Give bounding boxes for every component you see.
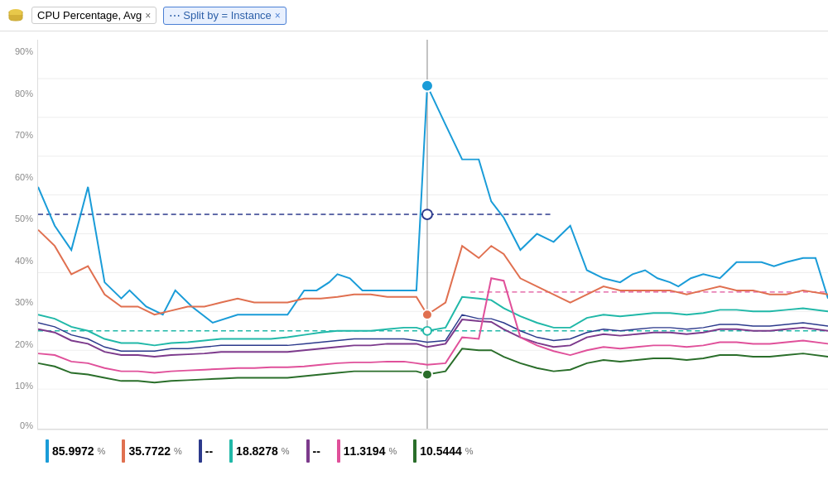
legend-color-blue (46, 439, 49, 463)
y-label-40: 40% (15, 256, 33, 266)
y-label-10: 10% (15, 381, 33, 391)
y-label-0: 0% (20, 420, 33, 430)
split-close-button[interactable]: × (275, 10, 281, 22)
svg-point-14 (421, 80, 433, 92)
legend-color-navy (199, 439, 202, 463)
svg-point-16 (422, 310, 432, 319)
y-label-60: 60% (15, 172, 33, 182)
legend-value-green: 10.5444 (420, 444, 462, 458)
legend: 85.9972 % 35.7722 % -- 18.8278 % -- 11.3… (37, 430, 828, 471)
toolbar: CPU Percentage, Avg × ⋯ Split by = Insta… (0, 0, 828, 31)
legend-value-blue: 85.9972 (52, 444, 94, 458)
legend-color-green (413, 439, 416, 463)
chart-container: 90% 80% 70% 60% 50% 40% 30% 20% 10% 0% (0, 31, 828, 471)
svg-point-17 (423, 327, 431, 335)
legend-item-green: 10.5444 % (413, 439, 473, 463)
legend-unit-green: % (465, 446, 474, 456)
legend-color-teal (229, 439, 233, 463)
legend-value-pink: 11.3194 (344, 444, 386, 458)
legend-unit-blue: % (98, 446, 106, 456)
legend-unit-orange: % (174, 446, 182, 456)
legend-value-teal: 18.8278 (236, 444, 278, 458)
legend-item-navy: -- (199, 439, 213, 463)
chart-area[interactable] (37, 40, 828, 430)
legend-item-purple: -- (306, 439, 320, 463)
chart-svg (38, 40, 828, 429)
y-axis: 90% 80% 70% 60% 50% 40% 30% 20% 10% 0% (0, 31, 37, 430)
legend-item-blue: 85.9972 % (46, 439, 105, 463)
y-label-20: 20% (15, 339, 33, 349)
legend-item-pink: 11.3194 % (337, 439, 397, 463)
split-chip[interactable]: ⋯ Split by = Instance × (163, 7, 286, 25)
metric-chip[interactable]: CPU Percentage, Avg × (31, 7, 156, 24)
legend-item-orange: 35.7722 % (122, 439, 181, 463)
split-label: Split by = Instance (183, 9, 272, 22)
svg-point-15 (422, 209, 432, 219)
metric-close-button[interactable]: × (145, 11, 151, 21)
legend-value-purple: -- (313, 444, 320, 458)
legend-color-orange (122, 439, 125, 463)
y-label-80: 80% (15, 89, 33, 98)
legend-item-teal: 18.8278 % (229, 439, 289, 463)
legend-value-orange: 35.7722 (128, 444, 171, 458)
legend-color-purple (306, 439, 310, 463)
y-label-50: 50% (15, 214, 33, 223)
svg-point-18 (422, 370, 432, 380)
legend-unit-pink: % (388, 446, 397, 456)
metric-label: CPU Percentage, Avg (37, 9, 142, 22)
database-icon (7, 7, 25, 25)
legend-value-navy: -- (205, 444, 213, 458)
legend-color-pink (337, 439, 340, 463)
y-label-30: 30% (15, 297, 33, 307)
y-label-70: 70% (15, 130, 33, 140)
legend-unit-teal: % (282, 446, 290, 456)
y-label-90: 90% (15, 46, 33, 56)
split-dots-icon: ⋯ (169, 9, 180, 22)
